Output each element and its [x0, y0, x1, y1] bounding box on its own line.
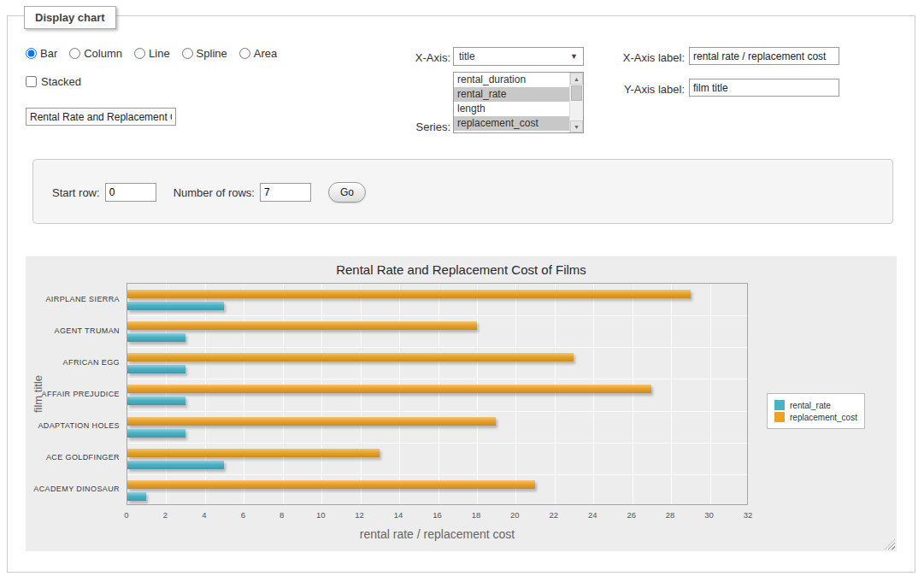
- stacked-option[interactable]: Stacked: [26, 75, 81, 88]
- gridline: [127, 379, 747, 379]
- gridline: [244, 284, 244, 504]
- chart-container: Rental Rate and Replacement Cost of Film…: [26, 256, 897, 551]
- x-axis-label-field-label: X-Axis label:: [598, 51, 685, 64]
- category-label: AFRICAN EGG: [26, 358, 120, 367]
- category-label: AIRPLANE SIERRA: [26, 295, 120, 303]
- x-tick-label: 14: [385, 510, 411, 520]
- chart-legend: rental_ratereplacement_cost: [767, 393, 865, 429]
- chart-type-area-label: Area: [254, 47, 277, 60]
- x-tick-label: 4: [191, 510, 217, 520]
- x-tick-label: 8: [269, 510, 295, 520]
- bar-replacement_cost: [127, 417, 496, 426]
- go-button[interactable]: Go: [328, 182, 366, 203]
- legend-item: rental_rate: [774, 400, 857, 410]
- start-row-input[interactable]: [105, 183, 156, 202]
- bar-replacement_cost: [127, 449, 380, 457]
- chart-type-group: Bar Column Line Spline Area: [26, 47, 277, 60]
- x-tick-label: 2: [152, 510, 178, 520]
- category-label: AGENT TRUMAN: [26, 326, 120, 335]
- series-multiselect[interactable]: rental_duration rental_rate length repla…: [453, 72, 584, 133]
- scrollbar-thumb[interactable]: [571, 85, 582, 101]
- bar-replacement_cost: [127, 321, 477, 330]
- num-rows-label: Number of rows:: [174, 186, 255, 199]
- legend-item: replacement_cost: [774, 412, 857, 422]
- gridline: [127, 443, 747, 444]
- scroll-up-icon[interactable]: ▲: [570, 73, 583, 85]
- bar-rental_rate: [127, 492, 146, 501]
- x-tick-label: 26: [619, 510, 644, 520]
- series-option-replacement-cost[interactable]: replacement_cost: [454, 116, 569, 131]
- chart-type-line-radio[interactable]: [134, 48, 145, 59]
- category-label: AFFAIR PREJUDICE: [26, 390, 120, 398]
- chart-type-bar[interactable]: Bar: [26, 47, 57, 60]
- resize-grip-icon[interactable]: [885, 539, 895, 550]
- x-tick-label: 18: [463, 510, 489, 520]
- legend-swatch: [774, 400, 785, 410]
- chart-type-bar-label: Bar: [40, 47, 57, 60]
- chart-type-bar-radio[interactable]: [26, 48, 37, 59]
- num-rows-input[interactable]: [260, 183, 311, 202]
- gridline: [283, 284, 284, 504]
- gridline: [593, 284, 594, 504]
- scroll-down-icon[interactable]: ▼: [570, 121, 583, 132]
- bar-rental_rate: [127, 461, 224, 469]
- bar-rental_rate: [127, 333, 185, 342]
- bar-replacement_cost: [127, 385, 651, 393]
- row-range-controls: Start row: Number of rows: Go: [52, 182, 366, 203]
- plot-area: [127, 283, 748, 505]
- bar-replacement_cost: [127, 290, 691, 298]
- gridline: [361, 284, 362, 504]
- display-chart-page: Display chart Bar Column Line Spline Are…: [0, 0, 924, 582]
- gridline: [671, 284, 672, 504]
- x-tick-label: 30: [697, 510, 722, 520]
- chart-type-area-radio[interactable]: [239, 48, 250, 59]
- chart-type-column-radio[interactable]: [69, 48, 80, 59]
- stacked-checkbox[interactable]: [26, 76, 37, 87]
- gridline: [127, 474, 747, 475]
- x-axis-select[interactable]: title ▼: [453, 47, 584, 66]
- chart-type-line-label: Line: [149, 47, 170, 60]
- series-option-rental-duration[interactable]: rental_duration: [454, 73, 569, 87]
- legend-swatch: [774, 412, 785, 422]
- x-tick-label: 20: [502, 510, 527, 520]
- x-axis-selected-value: title: [459, 50, 475, 62]
- x-tick-label: 22: [541, 510, 567, 520]
- x-tick-label: 32: [735, 510, 761, 520]
- category-label: ACADEMY DINOSAUR: [26, 485, 120, 493]
- x-tick-label: 28: [657, 510, 683, 520]
- bar-rental_rate: [127, 302, 224, 310]
- legend-label: rental_rate: [790, 401, 831, 410]
- gridline: [555, 284, 556, 504]
- gridline: [515, 284, 516, 504]
- x-tick-label: 10: [308, 510, 333, 520]
- gridline: [477, 284, 478, 504]
- chart-type-spline[interactable]: Spline: [182, 47, 227, 60]
- x-axis-title: rental rate / replacement cost: [127, 527, 748, 541]
- x-tick-label: 0: [114, 510, 139, 520]
- y-axis-label-input[interactable]: [689, 79, 839, 97]
- gridline: [166, 284, 167, 504]
- x-tick-label: 16: [425, 510, 450, 520]
- chart-title-input[interactable]: [26, 108, 176, 126]
- x-tick-label: 12: [347, 510, 373, 520]
- series-option-length[interactable]: length: [454, 102, 569, 116]
- chart-type-spline-radio[interactable]: [182, 48, 193, 59]
- x-axis-label-input[interactable]: [689, 47, 839, 65]
- series-label-text: Series:: [376, 121, 450, 133]
- bar-rental_rate: [127, 365, 185, 373]
- row-range-panel: Start row: Number of rows: Go: [32, 159, 893, 224]
- category-label: ACE GOLDFINGER: [26, 453, 120, 461]
- chart-type-area[interactable]: Area: [239, 47, 277, 60]
- series-scrollbar[interactable]: ▲ ▼: [569, 73, 583, 132]
- chart-title: Rental Rate and Replacement Cost of Film…: [26, 262, 897, 277]
- chart-type-column[interactable]: Column: [69, 47, 122, 60]
- category-label: ADAPTATION HOLES: [26, 421, 120, 430]
- x-tick-label: 6: [230, 510, 256, 520]
- gridline: [710, 284, 711, 504]
- gridline: [127, 347, 747, 348]
- chart-type-spline-label: Spline: [197, 47, 227, 60]
- series-option-rental-rate[interactable]: rental_rate: [454, 87, 569, 102]
- gridline: [633, 284, 633, 504]
- chart-type-line[interactable]: Line: [134, 47, 170, 60]
- fieldset-legend: Display chart: [24, 6, 116, 29]
